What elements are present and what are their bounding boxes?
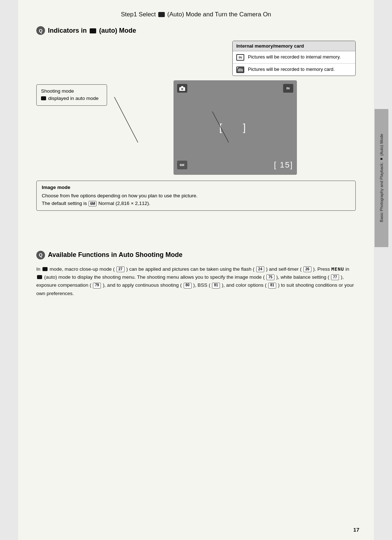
diagram-area: Shooting mode displayed in auto mode Int…	[36, 41, 356, 175]
func-ref-79: 79	[93, 283, 101, 289]
shooting-mode-camera-icon	[41, 96, 46, 100]
func-text-6: in	[346, 266, 350, 272]
functions-section: Q Available Functions in Auto Shooting M…	[36, 251, 356, 298]
func-ref-26: 26	[303, 266, 311, 272]
right-side: Internal memory/memory card IN Pictures …	[114, 41, 356, 175]
memory-table: Internal memory/memory card IN Pictures …	[232, 41, 356, 76]
spacer	[36, 211, 356, 233]
q-icon: Q	[36, 26, 45, 35]
header-camera-icon	[158, 12, 165, 17]
image-mode-screen-icon: 6M	[177, 161, 187, 169]
shooting-mode-box: Shooting mode displayed in auto mode	[36, 84, 107, 106]
sidebar-tab: Basic Photography and Playback: ■ (Auto)…	[375, 109, 388, 247]
image-mode-6m-icon: 6M	[89, 201, 97, 206]
card-icon	[236, 67, 244, 73]
section1-title: Q Indicators in (auto) Mode	[36, 26, 356, 35]
header-text: Step1 Select	[121, 11, 158, 18]
svg-rect-4	[242, 69, 243, 71]
func-text-5: ). Press	[313, 266, 331, 272]
func-text-4: ) and self-timer (	[266, 266, 302, 272]
internal-memory-icon: IN	[236, 54, 244, 61]
camera-svg	[179, 86, 185, 91]
screen-bottom: 6M [ 15]	[177, 160, 293, 170]
screen-memory-icon: IN	[283, 84, 293, 93]
svg-rect-6	[181, 86, 183, 88]
image-mode-default: The default setting is 6M Normal (2,816 …	[42, 200, 350, 207]
screen-top-bar: IN	[177, 84, 293, 93]
section1-title-text: Indicators in	[48, 27, 87, 35]
func-text-3: ) can be applied and pictures can be tak…	[126, 266, 254, 272]
memory-table-row-internal: IN Pictures will be recorded to internal…	[233, 51, 355, 64]
svg-point-8	[181, 88, 183, 89]
func-text-1: In	[36, 266, 42, 272]
func-menu-text: MENU	[331, 266, 344, 272]
section2-title-text: Available Functions in Auto Shooting Mod…	[48, 251, 183, 259]
func-text-7: (auto) mode to display the shooting menu…	[44, 274, 265, 280]
func-text-11: ), BSS (	[193, 282, 210, 288]
func-camera-icon-2	[37, 275, 42, 279]
section1-title-text2: (auto) Mode	[99, 27, 136, 35]
image-mode-default-value: Normal (2,816 × 2,112).	[98, 201, 150, 206]
func-ref-77: 77	[331, 274, 339, 280]
header-text2: (Auto) Mode and Turn the Camera On	[167, 11, 271, 18]
func-ref-80: 80	[184, 283, 192, 289]
section1-camera-icon	[90, 28, 96, 33]
image-mode-description: Choose from five options depending on ho…	[42, 192, 350, 200]
internal-memory-text: Pictures will be recorded to internal me…	[248, 54, 341, 60]
page-header: Step1 Select (Auto) Mode and Turn the Ca…	[36, 11, 356, 18]
functions-body: In mode, macro close-up mode ( 27 ) can …	[36, 265, 356, 298]
memory-table-row-card: Pictures will be recorded to memory card…	[233, 64, 355, 76]
image-mode-title: Image mode	[42, 184, 350, 192]
memory-table-header: Internal memory/memory card	[233, 41, 355, 51]
shooting-mode-line2: displayed in auto mode	[41, 95, 102, 102]
func-ref-81b: 81	[268, 283, 276, 289]
func-text-8: ), white balance setting (	[276, 274, 329, 280]
func-text-12: ), and color options (	[222, 282, 266, 288]
sidebar-tab-text: Basic Photography and Playback: ■ (Auto)…	[377, 131, 385, 225]
screen-center: [ ]	[219, 122, 251, 133]
card-svg	[237, 67, 244, 73]
focus-bracket: [ ]	[219, 122, 251, 133]
func-ref-81a: 81	[212, 283, 220, 289]
shooting-mode-text: displayed in auto mode	[48, 96, 99, 101]
camera-screen: IN [ ] 6M [ 15]	[173, 80, 297, 175]
image-mode-default-text: The default setting is	[42, 201, 88, 206]
svg-rect-3	[241, 68, 241, 71]
page-number: 17	[353, 527, 359, 533]
card-memory-text: Pictures will be recorded to memory card…	[248, 66, 335, 73]
svg-rect-1	[238, 69, 239, 71]
camera-screen-wrapper: IN [ ] 6M [ 15]	[114, 80, 356, 175]
shot-count: [ 15]	[274, 160, 293, 170]
section2-title: Q Available Functions in Auto Shooting M…	[36, 251, 356, 259]
svg-rect-2	[239, 68, 240, 71]
func-ref-27: 27	[117, 266, 124, 272]
func-text-10: ), and to apply continuous shooting (	[103, 282, 182, 288]
func-ref-24: 24	[256, 266, 264, 272]
func-text-2: mode, macro close-up mode (	[50, 266, 115, 272]
diagram-container: Shooting mode displayed in auto mode Int…	[36, 41, 356, 175]
screen-camera-icon	[177, 84, 187, 93]
q-icon-2: Q	[36, 251, 45, 259]
func-ref-75: 75	[266, 274, 274, 280]
func-camera-icon	[42, 267, 48, 271]
image-mode-box: Image mode Choose from five options depe…	[36, 181, 356, 211]
shooting-mode-line1: Shooting mode	[41, 88, 102, 95]
